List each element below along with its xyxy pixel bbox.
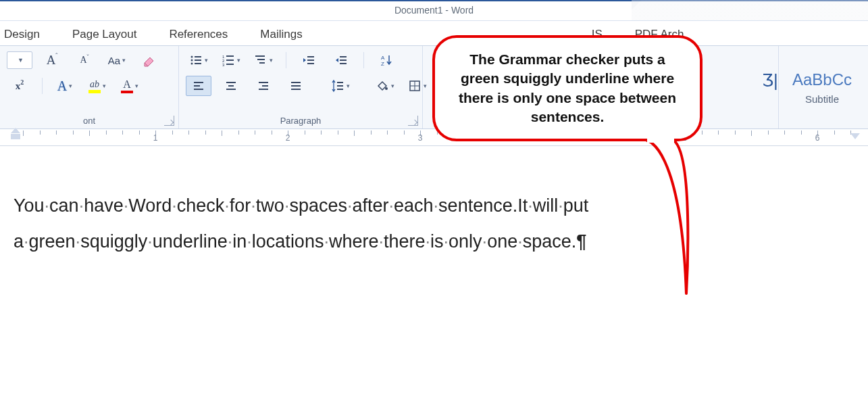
grow-font-button[interactable]: Aˆ [39, 50, 65, 70]
svg-rect-34 [291, 89, 301, 90]
eraser-icon [143, 53, 156, 67]
sort-icon: AZ [380, 53, 393, 67]
group-paragraph-label: Paragraph [179, 114, 422, 128]
align-center-icon [224, 79, 238, 93]
text-effects-button[interactable]: A▾ [52, 76, 78, 96]
svg-text:Z: Z [381, 61, 384, 67]
svg-text:A: A [381, 55, 385, 61]
svg-rect-3 [195, 60, 201, 61]
svg-point-0 [191, 56, 193, 58]
tab-page-layout[interactable]: Page Layout [71, 25, 138, 45]
svg-rect-35 [337, 82, 343, 83]
svg-point-4 [191, 63, 193, 65]
paint-bucket-icon [376, 79, 389, 93]
font-dialog-launcher[interactable] [164, 116, 174, 126]
svg-rect-11 [226, 64, 234, 65]
svg-rect-28 [226, 89, 236, 90]
titlebar-decoration [632, 0, 868, 20]
pilcrow-mark: ¶ [576, 231, 586, 252]
svg-rect-26 [226, 82, 236, 83]
style-preview-subtitle[interactable]: AaBbCc Subtitle [778, 46, 865, 128]
svg-rect-37 [337, 89, 343, 90]
line-spacing-button[interactable]: ▾ [328, 76, 353, 96]
svg-rect-23 [194, 82, 203, 83]
svg-rect-30 [262, 85, 268, 87]
indent-marker-right[interactable] [850, 133, 860, 139]
window-titlebar: Document1 - Word [0, 0, 868, 21]
svg-point-38 [385, 87, 388, 90]
callout-text: The Grammar checker puts a green squiggl… [459, 51, 676, 124]
style-label: Subtitle [805, 93, 839, 105]
numbering-icon: 123 [222, 53, 235, 67]
font-size-combo-dropdown[interactable]: ▼ [7, 51, 32, 69]
multilevel-icon [254, 53, 267, 67]
highlighter-icon: ab [88, 79, 101, 93]
svg-rect-5 [195, 63, 201, 64]
tab-mailings[interactable]: Mailings [259, 25, 303, 45]
tab-references[interactable]: References [168, 25, 229, 45]
align-right-button[interactable] [251, 76, 276, 96]
borders-button[interactable]: ▾ [405, 76, 430, 96]
tab-design[interactable]: Design [3, 25, 41, 45]
highlight-button[interactable]: ab▾ [84, 76, 110, 96]
svg-rect-19 [340, 60, 347, 61]
increase-indent-button[interactable] [328, 50, 354, 70]
bullets-icon [189, 53, 203, 67]
bullets-button[interactable]: ▾ [186, 50, 211, 70]
annotation-callout: The Grammar checker puts a green squiggl… [432, 35, 703, 141]
ruler-label-3: 3 [418, 133, 423, 143]
callout-bubble: The Grammar checker puts a green squiggl… [432, 35, 703, 141]
paragraph-dialog-launcher[interactable] [408, 116, 418, 126]
group-paragraph: ▾ 123▾ ▾ [179, 46, 423, 128]
shading-button[interactable]: ▾ [372, 76, 398, 96]
svg-rect-7 [226, 55, 234, 57]
justify-icon [289, 79, 303, 93]
svg-rect-12 [255, 55, 265, 57]
borders-icon [408, 79, 422, 93]
svg-rect-16 [307, 60, 314, 61]
ruler-label-6: 6 [815, 133, 820, 143]
decrease-indent-icon [302, 53, 315, 67]
increase-indent-icon [334, 53, 348, 67]
svg-point-2 [191, 60, 193, 62]
group-font-label: ont [0, 114, 178, 128]
svg-text:3: 3 [222, 63, 225, 67]
svg-rect-20 [340, 63, 347, 64]
numbering-button[interactable]: 123▾ [218, 50, 244, 70]
svg-rect-27 [228, 85, 234, 87]
justify-button[interactable] [283, 76, 309, 96]
align-left-button[interactable] [186, 76, 211, 96]
svg-rect-13 [257, 59, 265, 60]
text-cursor-icon: Ӡ| [762, 70, 778, 91]
group-font: ▼ Aˆ Aˇ Aa▾ x2 A▾ [0, 46, 179, 128]
svg-rect-31 [259, 89, 268, 90]
svg-rect-36 [337, 85, 343, 87]
svg-rect-25 [194, 89, 203, 90]
shrink-font-button[interactable]: Aˇ [72, 50, 97, 70]
align-left-icon [192, 79, 205, 93]
document-body[interactable]: You·can·have·Word·check·for·two·spaces·a… [0, 146, 868, 259]
superscript-button[interactable]: x2 [7, 76, 32, 96]
font-color-icon: A [121, 78, 133, 93]
document-line-1: You·can·have·Word·check·for·two·spaces·a… [14, 188, 854, 224]
clear-format-button[interactable] [136, 50, 162, 70]
app-title: Document1 - Word [394, 5, 474, 16]
align-center-button[interactable] [218, 76, 244, 96]
indent-marker-left[interactable] [11, 128, 20, 139]
svg-rect-18 [340, 56, 347, 57]
sort-button[interactable]: AZ [374, 50, 399, 70]
multilevel-list-button[interactable]: ▾ [251, 50, 276, 70]
svg-rect-29 [259, 82, 268, 83]
svg-rect-32 [291, 82, 301, 83]
align-right-icon [257, 79, 270, 93]
svg-rect-14 [259, 62, 265, 64]
style-sample: AaBbCc [792, 70, 852, 89]
ruler-label-2: 2 [286, 133, 290, 143]
svg-rect-17 [307, 63, 314, 64]
svg-rect-24 [194, 85, 200, 87]
decrease-indent-button[interactable] [296, 50, 322, 70]
ruler-label-1: 1 [153, 133, 158, 143]
line-spacing-icon [331, 79, 344, 93]
change-case-button[interactable]: Aa▾ [104, 50, 130, 70]
font-color-button[interactable]: A▾ [117, 76, 143, 96]
